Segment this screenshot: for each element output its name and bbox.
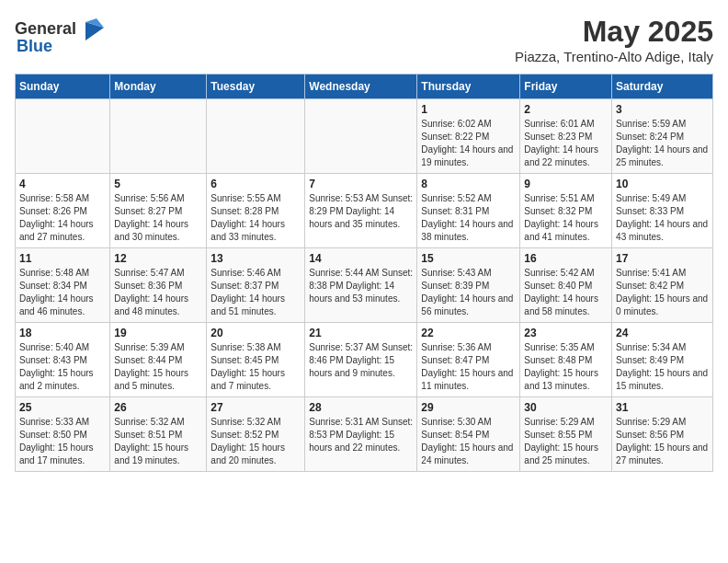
logo-icon xyxy=(78,15,106,42)
day-number: 29 xyxy=(421,401,516,414)
day-number: 9 xyxy=(524,178,608,190)
day-info: Sunrise: 5:46 AM Sunset: 8:37 PM Dayligh… xyxy=(210,267,301,318)
day-cell: 21Sunrise: 5:37 AM Sunset: 8:46 PM Dayli… xyxy=(305,323,417,397)
week-row-1: 1Sunrise: 6:02 AM Sunset: 8:22 PM Daylig… xyxy=(16,99,713,174)
day-cell: 12Sunrise: 5:47 AM Sunset: 8:36 PM Dayli… xyxy=(110,248,207,323)
day-info: Sunrise: 6:01 AM Sunset: 8:23 PM Dayligh… xyxy=(524,118,608,169)
day-info: Sunrise: 5:31 AM Sunset: 8:53 PM Dayligh… xyxy=(309,416,413,454)
day-info: Sunrise: 5:48 AM Sunset: 8:34 PM Dayligh… xyxy=(19,267,106,318)
day-number: 10 xyxy=(616,178,709,190)
day-number: 20 xyxy=(210,327,301,339)
day-number: 5 xyxy=(114,178,202,190)
subtitle: Piazza, Trentino-Alto Adige, Italy xyxy=(515,49,713,64)
day-info: Sunrise: 5:38 AM Sunset: 8:45 PM Dayligh… xyxy=(210,341,301,393)
day-cell xyxy=(305,99,417,174)
logo-general: General xyxy=(15,19,76,39)
day-cell: 16Sunrise: 5:42 AM Sunset: 8:40 PM Dayli… xyxy=(520,248,612,323)
logo: General Blue xyxy=(15,15,106,56)
header-cell-sunday: Sunday xyxy=(16,75,110,99)
day-number: 21 xyxy=(309,327,413,339)
day-cell: 28Sunrise: 5:31 AM Sunset: 8:53 PM Dayli… xyxy=(305,397,417,472)
day-info: Sunrise: 5:59 AM Sunset: 8:24 PM Dayligh… xyxy=(616,118,709,169)
day-number: 4 xyxy=(19,178,106,190)
day-info: Sunrise: 5:36 AM Sunset: 8:47 PM Dayligh… xyxy=(421,341,516,393)
header-cell-thursday: Thursday xyxy=(417,75,520,99)
day-number: 16 xyxy=(524,252,608,265)
day-cell: 10Sunrise: 5:49 AM Sunset: 8:33 PM Dayli… xyxy=(612,174,713,248)
day-info: Sunrise: 5:42 AM Sunset: 8:40 PM Dayligh… xyxy=(524,267,608,318)
day-info: Sunrise: 5:47 AM Sunset: 8:36 PM Dayligh… xyxy=(114,267,202,318)
header-cell-monday: Monday xyxy=(110,75,207,99)
day-info: Sunrise: 5:56 AM Sunset: 8:27 PM Dayligh… xyxy=(114,192,202,244)
week-row-2: 4Sunrise: 5:58 AM Sunset: 8:26 PM Daylig… xyxy=(16,174,713,248)
day-cell: 4Sunrise: 5:58 AM Sunset: 8:26 PM Daylig… xyxy=(16,174,110,248)
day-number: 7 xyxy=(309,178,413,190)
day-cell: 30Sunrise: 5:29 AM Sunset: 8:55 PM Dayli… xyxy=(520,397,612,472)
day-number: 19 xyxy=(114,327,202,339)
day-cell: 29Sunrise: 5:30 AM Sunset: 8:54 PM Dayli… xyxy=(417,397,520,472)
day-cell: 13Sunrise: 5:46 AM Sunset: 8:37 PM Dayli… xyxy=(207,248,305,323)
day-cell: 17Sunrise: 5:41 AM Sunset: 8:42 PM Dayli… xyxy=(612,248,713,323)
day-cell xyxy=(16,99,110,174)
header-row: SundayMondayTuesdayWednesdayThursdayFrid… xyxy=(16,75,713,99)
day-number: 31 xyxy=(616,401,709,414)
day-info: Sunrise: 5:58 AM Sunset: 8:26 PM Dayligh… xyxy=(19,192,106,244)
day-cell: 22Sunrise: 5:36 AM Sunset: 8:47 PM Dayli… xyxy=(417,323,520,397)
day-cell: 23Sunrise: 5:35 AM Sunset: 8:48 PM Dayli… xyxy=(520,323,612,397)
day-cell xyxy=(110,99,207,174)
day-info: Sunrise: 5:40 AM Sunset: 8:43 PM Dayligh… xyxy=(19,341,106,393)
week-row-3: 11Sunrise: 5:48 AM Sunset: 8:34 PM Dayli… xyxy=(16,248,713,323)
day-number: 23 xyxy=(524,327,608,339)
day-cell: 1Sunrise: 6:02 AM Sunset: 8:22 PM Daylig… xyxy=(417,99,520,174)
day-number: 1 xyxy=(421,103,516,116)
day-info: Sunrise: 5:43 AM Sunset: 8:39 PM Dayligh… xyxy=(421,267,516,318)
day-info: Sunrise: 5:29 AM Sunset: 8:56 PM Dayligh… xyxy=(616,416,709,467)
day-number: 2 xyxy=(524,103,608,116)
day-info: Sunrise: 5:37 AM Sunset: 8:46 PM Dayligh… xyxy=(309,341,413,380)
title-block: May 2025 Piazza, Trentino-Alto Adige, It… xyxy=(515,15,713,64)
day-cell: 31Sunrise: 5:29 AM Sunset: 8:56 PM Dayli… xyxy=(612,397,713,472)
day-info: Sunrise: 5:32 AM Sunset: 8:52 PM Dayligh… xyxy=(210,416,301,467)
day-cell: 19Sunrise: 5:39 AM Sunset: 8:44 PM Dayli… xyxy=(110,323,207,397)
day-number: 26 xyxy=(114,401,202,414)
day-cell: 24Sunrise: 5:34 AM Sunset: 8:49 PM Dayli… xyxy=(612,323,713,397)
day-info: Sunrise: 5:32 AM Sunset: 8:51 PM Dayligh… xyxy=(114,416,202,467)
day-number: 30 xyxy=(524,401,608,414)
day-cell: 20Sunrise: 5:38 AM Sunset: 8:45 PM Dayli… xyxy=(207,323,305,397)
day-info: Sunrise: 5:52 AM Sunset: 8:31 PM Dayligh… xyxy=(421,192,516,244)
day-info: Sunrise: 6:02 AM Sunset: 8:22 PM Dayligh… xyxy=(421,118,516,169)
day-info: Sunrise: 5:30 AM Sunset: 8:54 PM Dayligh… xyxy=(421,416,516,467)
day-cell: 18Sunrise: 5:40 AM Sunset: 8:43 PM Dayli… xyxy=(16,323,110,397)
day-cell: 9Sunrise: 5:51 AM Sunset: 8:32 PM Daylig… xyxy=(520,174,612,248)
day-cell xyxy=(207,99,305,174)
logo-blue: Blue xyxy=(17,37,52,56)
day-info: Sunrise: 5:29 AM Sunset: 8:55 PM Dayligh… xyxy=(524,416,608,467)
day-cell: 14Sunrise: 5:44 AM Sunset: 8:38 PM Dayli… xyxy=(305,248,417,323)
header-cell-friday: Friday xyxy=(520,75,612,99)
day-cell: 8Sunrise: 5:52 AM Sunset: 8:31 PM Daylig… xyxy=(417,174,520,248)
day-number: 15 xyxy=(421,252,516,265)
week-row-5: 25Sunrise: 5:33 AM Sunset: 8:50 PM Dayli… xyxy=(16,397,713,472)
calendar-table: SundayMondayTuesdayWednesdayThursdayFrid… xyxy=(15,74,713,472)
day-number: 11 xyxy=(19,252,106,265)
day-cell: 7Sunrise: 5:53 AM Sunset: 8:29 PM Daylig… xyxy=(305,174,417,248)
day-info: Sunrise: 5:55 AM Sunset: 8:28 PM Dayligh… xyxy=(210,192,301,244)
main-title: May 2025 xyxy=(515,15,713,49)
day-number: 22 xyxy=(421,327,516,339)
day-number: 28 xyxy=(309,401,413,414)
day-number: 14 xyxy=(309,252,413,265)
week-row-4: 18Sunrise: 5:40 AM Sunset: 8:43 PM Dayli… xyxy=(16,323,713,397)
day-number: 18 xyxy=(19,327,106,339)
day-cell: 11Sunrise: 5:48 AM Sunset: 8:34 PM Dayli… xyxy=(16,248,110,323)
header-cell-wednesday: Wednesday xyxy=(305,75,417,99)
day-cell: 26Sunrise: 5:32 AM Sunset: 8:51 PM Dayli… xyxy=(110,397,207,472)
header-cell-tuesday: Tuesday xyxy=(207,75,305,99)
day-cell: 3Sunrise: 5:59 AM Sunset: 8:24 PM Daylig… xyxy=(612,99,713,174)
day-info: Sunrise: 5:33 AM Sunset: 8:50 PM Dayligh… xyxy=(19,416,106,467)
day-cell: 15Sunrise: 5:43 AM Sunset: 8:39 PM Dayli… xyxy=(417,248,520,323)
day-number: 12 xyxy=(114,252,202,265)
day-number: 8 xyxy=(421,178,516,190)
day-info: Sunrise: 5:51 AM Sunset: 8:32 PM Dayligh… xyxy=(524,192,608,244)
day-info: Sunrise: 5:49 AM Sunset: 8:33 PM Dayligh… xyxy=(616,192,709,244)
day-number: 6 xyxy=(210,178,301,190)
